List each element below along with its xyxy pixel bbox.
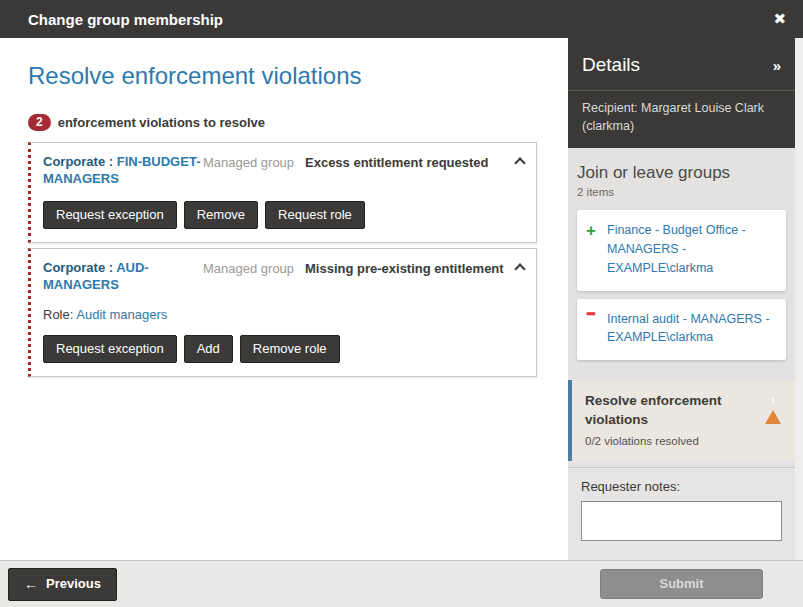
requester-notes-label: Requester notes:	[581, 479, 782, 494]
request-exception-button[interactable]: Request exception	[43, 335, 177, 363]
change-group-membership-dialog: Change group membership ✖ Resolve enforc…	[0, 0, 803, 607]
submit-button[interactable]: Submit	[600, 569, 763, 599]
previous-button-label: Previous	[46, 576, 101, 591]
violation-type-label: Missing pre-existing entitlement	[305, 260, 506, 276]
remove-role-button[interactable]: Remove role	[240, 335, 340, 363]
warning-icon: !	[765, 393, 781, 407]
group-type-label: Managed group	[203, 260, 303, 276]
group-item-label[interactable]: Internal audit - MANAGERS - EXAMPLE\clar…	[607, 310, 776, 348]
violation-card: Corporate : FIN-BUDGET-MANAGERS Managed …	[28, 142, 537, 243]
violation-type-label: Excess entitlement requested	[305, 154, 506, 170]
add-button[interactable]: Add	[184, 335, 233, 363]
recipient-info: Recipient: Margaret Louise Clark (clarkm…	[568, 90, 795, 148]
remove-button[interactable]: Remove	[184, 201, 258, 229]
plus-icon: +	[586, 221, 598, 277]
chevron-up-icon[interactable]	[514, 157, 525, 168]
violation-group-name: Corporate : AUD-MANAGERS	[43, 260, 201, 294]
join-leave-groups-section: Join or leave groups 2 items + Finance -…	[568, 148, 795, 368]
chevron-up-icon[interactable]	[514, 263, 525, 274]
request-role-button[interactable]: Request role	[265, 201, 365, 229]
dialog-header: Change group membership ✖	[0, 0, 803, 38]
separator: :	[105, 154, 117, 169]
requester-notes-input[interactable]	[581, 501, 782, 541]
details-title: Details	[582, 54, 640, 76]
details-header: Details »	[568, 38, 795, 90]
separator: :	[105, 260, 116, 275]
previous-button[interactable]: ← Previous	[8, 568, 117, 601]
collapse-panel-icon[interactable]: »	[773, 57, 781, 74]
container-label: Corporate	[43, 154, 105, 169]
violation-group-name: Corporate : FIN-BUDGET-MANAGERS	[43, 154, 201, 188]
group-type-label: Managed group	[203, 154, 303, 170]
details-sidebar: Details » Recipient: Margaret Louise Cla…	[568, 38, 803, 560]
resolve-violations-status-box: Resolve enforcement violations 0/2 viola…	[568, 380, 795, 461]
group-item-label[interactable]: Finance - Budget Office - MANAGERS - EXA…	[607, 221, 776, 277]
violations-count-badge: 2	[28, 114, 51, 131]
group-item-remove[interactable]: − Internal audit - MANAGERS - EXAMPLE\cl…	[577, 299, 786, 361]
main-panel: Resolve enforcement violations 2 enforce…	[0, 38, 568, 560]
container-label: Corporate	[43, 260, 105, 275]
group-item-add[interactable]: + Finance - Budget Office - MANAGERS - E…	[577, 210, 786, 290]
violations-summary-label: enforcement violations to resolve	[58, 115, 265, 130]
request-exception-button[interactable]: Request exception	[43, 201, 177, 229]
requester-notes-section: Requester notes:	[568, 467, 795, 560]
status-box-title: Resolve enforcement violations	[585, 392, 735, 430]
role-label: Role:	[43, 307, 76, 322]
dialog-footer: ← Previous Submit	[0, 560, 803, 607]
violation-card: Corporate : AUD-MANAGERS Managed group M…	[28, 248, 537, 377]
groups-item-count: 2 items	[577, 186, 786, 198]
page-title: Resolve enforcement violations	[28, 62, 537, 90]
dialog-title: Change group membership	[28, 11, 223, 28]
close-icon[interactable]: ✖	[773, 10, 786, 28]
role-link[interactable]: Audit managers	[76, 307, 167, 322]
left-arrow-icon: ←	[24, 576, 38, 592]
violations-summary: 2 enforcement violations to resolve	[28, 114, 537, 131]
role-line: Role: Audit managers	[43, 307, 524, 322]
minus-icon: −	[586, 298, 598, 358]
violations-progress: 0/2 violations resolved	[585, 435, 783, 447]
groups-section-title: Join or leave groups	[577, 163, 786, 183]
